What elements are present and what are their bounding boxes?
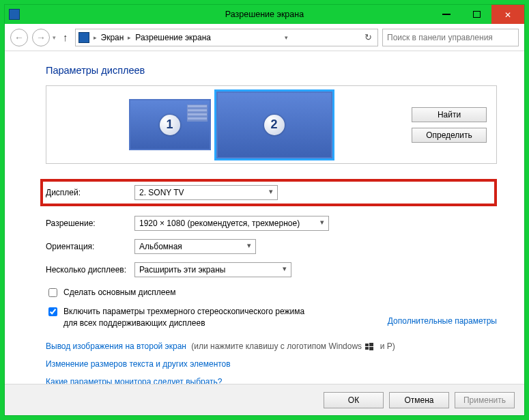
- multi-display-select[interactable]: Расширить эти экраны: [134, 262, 291, 277]
- window: Разрешение экрана ← → ▾ ↑ ▸ Экран ▸ Разр…: [4, 4, 525, 416]
- breadcrumb[interactable]: ▸ Экран ▸ Разрешение экрана ▾ ↻: [75, 29, 379, 46]
- enable-3d-checkbox-row: Включить параметры трехмерного стереоско…: [46, 306, 497, 329]
- enable-3d-label: Включить параметры трехмерного стереоско…: [63, 306, 309, 329]
- app-icon: [9, 9, 20, 20]
- content-area: Параметры дисплеев 1 2 Найти Определить …: [5, 51, 524, 384]
- make-main-label: Сделать основным дисплеем: [63, 287, 175, 298]
- svg-rect-3: [369, 347, 373, 350]
- project-hint-tail: и P): [380, 341, 395, 351]
- maximize-button[interactable]: [461, 5, 491, 24]
- monitor-1[interactable]: 1: [129, 99, 211, 150]
- forward-button[interactable]: →: [32, 29, 50, 46]
- orientation-select[interactable]: Альбомная: [134, 239, 256, 254]
- chevron-right-icon: ▸: [94, 34, 97, 41]
- multi-display-row: Несколько дисплеев: Расширить эти экраны: [46, 260, 497, 280]
- resolution-select[interactable]: 1920 × 1080 (рекомендуется, трехмерное): [134, 216, 329, 231]
- monitor-number-badge: 2: [264, 115, 285, 135]
- monitor-number-badge: 1: [160, 115, 180, 135]
- window-controls: [431, 5, 524, 24]
- svg-rect-0: [365, 344, 369, 346]
- titlebar: Разрешение экрана: [5, 5, 524, 24]
- monitor-area[interactable]: 1 2: [56, 94, 405, 155]
- svg-rect-1: [369, 343, 373, 346]
- close-button[interactable]: [491, 5, 524, 24]
- monitor-decoration-icon: [187, 104, 208, 122]
- make-main-checkbox-row: Сделать основным дисплеем: [46, 287, 497, 299]
- toolbar: ← → ▾ ↑ ▸ Экран ▸ Разрешение экрана ▾ ↻ …: [5, 24, 524, 51]
- breadcrumb-item[interactable]: Экран: [101, 33, 124, 42]
- apply-button[interactable]: Применить: [455, 392, 515, 408]
- chevron-right-icon: ▸: [128, 34, 131, 41]
- find-button[interactable]: Найти: [412, 107, 487, 122]
- refresh-icon[interactable]: ↻: [362, 32, 375, 42]
- advanced-settings-link[interactable]: Дополнительные параметры: [388, 316, 497, 327]
- help-links: Вывод изображения на второй экран (или н…: [46, 341, 497, 384]
- display-label: Дисплей:: [46, 188, 134, 197]
- minimize-button[interactable]: [431, 5, 461, 24]
- breadcrumb-item[interactable]: Разрешение экрана: [135, 33, 211, 42]
- panel-buttons: Найти Определить: [412, 107, 487, 143]
- windows-logo-icon: [365, 343, 373, 350]
- enable-3d-checkbox[interactable]: [48, 307, 57, 316]
- display-arrangement-panel: 1 2 Найти Определить: [46, 85, 497, 164]
- project-link-row: Вывод изображения на второй экран (или н…: [46, 341, 497, 351]
- monitor-icon: [78, 32, 89, 43]
- up-button[interactable]: ↑: [63, 31, 68, 43]
- back-button[interactable]: ←: [10, 29, 28, 46]
- footer: ОК Отмена Применить: [5, 384, 524, 415]
- multi-display-label: Несколько дисплеев:: [46, 265, 134, 275]
- resolution-label: Разрешение:: [46, 219, 134, 228]
- which-monitor-link[interactable]: Какие параметры монитора следует выбрать…: [46, 377, 497, 384]
- ok-button[interactable]: ОК: [324, 392, 384, 408]
- identify-button[interactable]: Определить: [412, 128, 487, 143]
- monitor-2[interactable]: 2: [216, 92, 332, 158]
- project-link[interactable]: Вывод изображения на второй экран: [46, 341, 186, 351]
- make-main-checkbox[interactable]: [48, 288, 57, 297]
- search-input[interactable]: Поиск в панели управления: [382, 29, 519, 46]
- text-size-link[interactable]: Изменение размеров текста и других элеме…: [46, 359, 497, 369]
- page-title: Параметры дисплеев: [46, 65, 497, 76]
- orientation-label: Ориентация:: [46, 242, 134, 251]
- orientation-row: Ориентация: Альбомная: [46, 236, 497, 257]
- search-placeholder: Поиск в панели управления: [387, 33, 493, 42]
- history-dropdown-icon[interactable]: ▾: [53, 34, 56, 41]
- display-select-row: Дисплей: 2. SONY TV: [40, 179, 497, 206]
- chevron-down-icon[interactable]: ▾: [285, 34, 288, 41]
- display-select[interactable]: 2. SONY TV: [134, 185, 278, 200]
- resolution-row: Разрешение: 1920 × 1080 (рекомендуется, …: [46, 213, 497, 234]
- project-hint: (или нажмите клавишу с логотипом Windows: [191, 341, 362, 351]
- svg-rect-2: [365, 347, 369, 350]
- cancel-button[interactable]: Отмена: [389, 392, 449, 408]
